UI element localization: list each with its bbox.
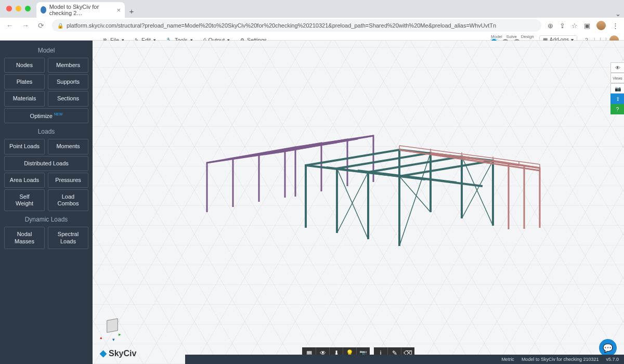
chat-icon: 💬 bbox=[603, 343, 613, 353]
eye-toggle-button[interactable]: 👁 bbox=[610, 62, 624, 73]
distributed-loads-button[interactable]: Distributed Loads bbox=[4, 156, 88, 171]
stage-model-label: Model bbox=[491, 34, 502, 39]
close-window-icon[interactable] bbox=[6, 6, 12, 11]
axis-y-icon: ▾ bbox=[112, 337, 115, 342]
pressures-button[interactable]: Pressures bbox=[48, 173, 88, 188]
workspace: Model Nodes Members Plates Supports Mate… bbox=[0, 41, 624, 364]
nodes-button[interactable]: Nodes bbox=[4, 58, 45, 73]
status-units[interactable]: Metric bbox=[501, 357, 514, 362]
optimize-button[interactable]: Optimize NEW bbox=[4, 108, 88, 124]
logo-icon: ◆ bbox=[100, 348, 107, 359]
structural-model-icon bbox=[176, 98, 550, 269]
tab-overflow-icon[interactable]: ⌄ bbox=[615, 10, 624, 18]
share-model-button[interactable]: ⇪ bbox=[610, 94, 624, 104]
status-version: v5.7.0 bbox=[606, 357, 619, 362]
axis-cube-icon bbox=[107, 318, 118, 333]
stage-design-label: Design bbox=[521, 34, 534, 39]
lock-icon: 🔒 bbox=[57, 23, 63, 29]
chat-fab-button[interactable]: 💬 bbox=[599, 339, 617, 357]
support-button[interactable]: ? bbox=[610, 104, 624, 114]
browser-toolbar: ← → ⟳ 🔒 platform.skyciv.com/structural?p… bbox=[0, 18, 624, 33]
views-button[interactable]: Views bbox=[610, 73, 624, 83]
browser-menu-icon[interactable]: ⋮ bbox=[612, 22, 619, 30]
url-text: platform.skyciv.com/structural?preload_n… bbox=[67, 22, 496, 29]
url-bar[interactable]: 🔒 platform.skyciv.com/structural?preload… bbox=[52, 19, 541, 32]
nodal-masses-button[interactable]: Nodal Masses bbox=[4, 227, 45, 249]
back-button[interactable]: ← bbox=[5, 21, 15, 30]
new-badge: NEW bbox=[54, 112, 62, 116]
materials-button[interactable]: Materials bbox=[4, 91, 45, 106]
sections-button[interactable]: Sections bbox=[48, 91, 88, 106]
plates-button[interactable]: Plates bbox=[4, 74, 45, 89]
browser-action-icons: ⊕ ⇪ ☆ ▣ ⋮ bbox=[548, 21, 619, 30]
window-controls[interactable] bbox=[6, 6, 31, 11]
share-icon[interactable]: ⇪ bbox=[560, 22, 565, 30]
axis-orientation-widget[interactable]: ▴ ▾ ▸ bbox=[97, 314, 128, 343]
self-weight-button[interactable]: Self Weight bbox=[4, 189, 45, 211]
brand-logo: ◆ SkyCiv bbox=[100, 348, 136, 359]
tab-title: Model to SkyCiv for checking 2… bbox=[49, 4, 114, 16]
status-model-name: Model to SkyCiv for checking 210321 bbox=[522, 357, 599, 362]
load-combos-button[interactable]: Load Combos bbox=[48, 189, 88, 211]
point-loads-button[interactable]: Point Loads bbox=[4, 139, 45, 154]
maximize-window-icon[interactable] bbox=[25, 6, 31, 11]
forward-button[interactable]: → bbox=[21, 21, 30, 30]
logo-text: SkyCiv bbox=[109, 349, 136, 358]
sidebar-section-model: Model bbox=[4, 44, 88, 56]
viewport-canvas[interactable]: ▴ ▾ ▸ ◆ SkyCiv ▦ 👁 ⬇ 💡 📷 i ✎ ⌫ 👁 Vi bbox=[93, 41, 624, 364]
left-sidebar: Model Nodes Members Plates Supports Mate… bbox=[0, 41, 93, 364]
members-button[interactable]: Members bbox=[48, 58, 88, 73]
stage-solve-label: Solve bbox=[506, 34, 517, 39]
tab-favicon-icon bbox=[41, 6, 46, 14]
profile-avatar-icon[interactable] bbox=[596, 21, 606, 30]
moments-button[interactable]: Moments bbox=[48, 139, 88, 154]
axis-x-icon: ▴ bbox=[100, 335, 102, 340]
browser-tab[interactable]: Model to SkyCiv for checking 2… × bbox=[36, 2, 125, 18]
search-icon[interactable]: ⊕ bbox=[548, 22, 553, 30]
supports-button[interactable]: Supports bbox=[48, 74, 88, 89]
minimize-window-icon[interactable] bbox=[16, 6, 21, 11]
browser-chrome: Model to SkyCiv for checking 2… × + ⌄ ← … bbox=[0, 0, 624, 41]
new-tab-button[interactable]: + bbox=[125, 7, 138, 18]
bookmark-icon[interactable]: ☆ bbox=[571, 22, 578, 30]
status-bar: Metric Model to SkyCiv for checking 2103… bbox=[185, 355, 624, 364]
spectral-loads-button[interactable]: Spectral Loads bbox=[48, 227, 88, 249]
sidebar-section-loads: Loads bbox=[4, 125, 88, 137]
area-loads-button[interactable]: Area Loads bbox=[4, 173, 45, 188]
axis-z-icon: ▸ bbox=[119, 332, 121, 337]
browser-tab-row: Model to SkyCiv for checking 2… × + ⌄ bbox=[0, 0, 624, 18]
extensions-icon[interactable]: ▣ bbox=[584, 22, 590, 30]
screenshot-button[interactable]: 📷 bbox=[610, 83, 624, 94]
optimize-label: Optimize bbox=[30, 112, 53, 119]
right-rail: 👁 Views 📷 ⇪ ? bbox=[610, 62, 624, 114]
reload-button[interactable]: ⟳ bbox=[36, 21, 46, 30]
close-tab-icon[interactable]: × bbox=[116, 6, 121, 14]
sidebar-section-dynamic: Dynamic Loads bbox=[4, 213, 88, 225]
